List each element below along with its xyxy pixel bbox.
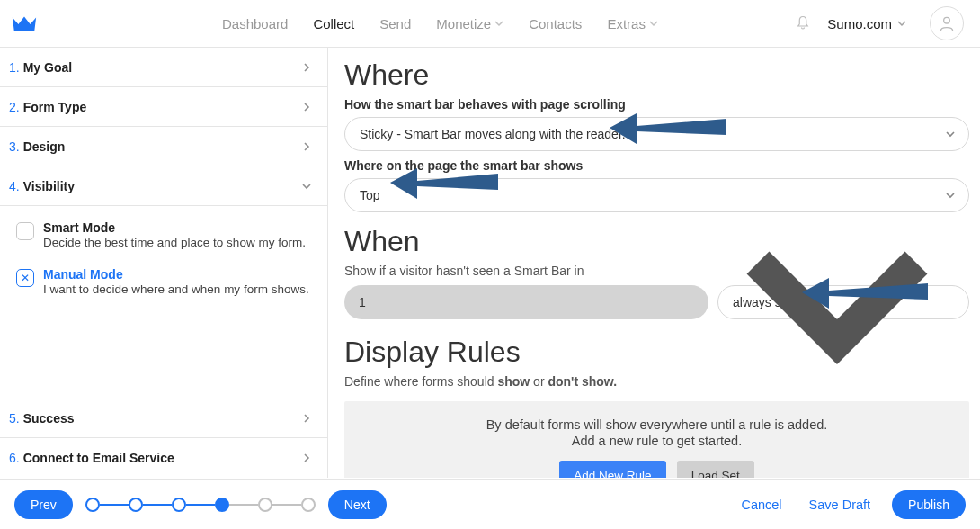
avatar[interactable] (930, 6, 964, 40)
next-button[interactable]: Next (328, 490, 387, 519)
frequency-number-value: 1 (359, 295, 366, 309)
frequency-unit-select[interactable]: always show (717, 285, 969, 319)
step-number: 3. (9, 139, 20, 154)
step-label: Connect to Email Service (23, 451, 174, 465)
chevron-down-icon (945, 129, 956, 139)
chevron-right-icon (302, 453, 311, 462)
nav-send[interactable]: Send (379, 16, 411, 31)
top-nav: Dashboard Collect Send Monetize Contacts… (222, 16, 658, 31)
footer-bar: Prev Next Cancel Save Draft Publish (0, 479, 980, 529)
step-number: 6. (9, 451, 20, 465)
cancel-button[interactable]: Cancel (735, 497, 787, 513)
rules-hint-line2: Add a new rule to get started. (353, 434, 960, 448)
chevron-down-icon (649, 19, 658, 28)
manual-mode-checkbox[interactable]: ✕ (16, 269, 34, 287)
scroll-behavior-value: Sticky - Smart Bar moves along with the … (360, 127, 626, 141)
header-right: Sumo.com (795, 6, 964, 40)
where-heading: Where (344, 58, 969, 92)
step-dot-4[interactable] (215, 498, 229, 512)
sidebar-item-form-type[interactable]: 2.Form Type (0, 87, 327, 127)
add-new-rule-button[interactable]: Add New Rule (559, 461, 665, 478)
scroll-behavior-select[interactable]: Sticky - Smart Bar moves along with the … (344, 117, 969, 151)
load-set-button[interactable]: Load Set (677, 461, 754, 478)
nav-dashboard[interactable]: Dashboard (222, 16, 288, 31)
sidebar-item-my-goal[interactable]: 1.My Goal (0, 48, 327, 87)
avatar-icon (938, 14, 956, 32)
visibility-panel: Smart Mode Decide the best time and plac… (0, 206, 327, 323)
step-number: 1. (9, 60, 20, 75)
save-draft-button[interactable]: Save Draft (804, 497, 877, 513)
app-header: Dashboard Collect Send Monetize Contacts… (0, 0, 980, 48)
manual-mode-option[interactable]: ✕ Manual Mode I want to decide where and… (16, 267, 320, 298)
nav-extras-label: Extras (607, 16, 646, 31)
step-number: 2. (9, 100, 20, 114)
step-dot-3[interactable] (172, 498, 186, 512)
manual-mode-desc: I want to decide where and when my form … (43, 282, 309, 298)
bell-icon[interactable] (795, 15, 811, 31)
main-content: Where How the smart bar behaves with pag… (328, 48, 980, 478)
step-dot-5[interactable] (258, 498, 272, 512)
chevron-right-icon (302, 103, 311, 112)
nav-collect[interactable]: Collect (313, 16, 354, 31)
prev-button[interactable]: Prev (14, 490, 73, 519)
step-indicator (85, 498, 316, 512)
chevron-down-icon (302, 182, 311, 191)
step-label: Design (23, 139, 66, 154)
intro-show: show (497, 374, 530, 389)
chevron-right-icon (302, 414, 311, 423)
smart-mode-title: Smart Mode (43, 220, 306, 235)
publish-button[interactable]: Publish (892, 490, 966, 519)
step-dot-1[interactable] (85, 498, 100, 512)
chevron-right-icon (302, 142, 311, 151)
chevron-down-icon (494, 19, 503, 28)
nav-monetize[interactable]: Monetize (436, 16, 503, 31)
smart-mode-checkbox[interactable] (16, 222, 34, 240)
sidebar: 1.My Goal 2.Form Type 3.Design 4.Visibil… (0, 48, 328, 478)
logo-crown-icon (11, 13, 38, 33)
step-dot-6[interactable] (301, 498, 316, 512)
nav-contacts[interactable]: Contacts (529, 16, 582, 31)
intro-mid: or (530, 374, 548, 389)
sidebar-item-design[interactable]: 3.Design (0, 127, 327, 166)
sidebar-item-visibility[interactable]: 4.Visibility (0, 166, 327, 206)
step-label: Success (23, 411, 75, 426)
chevron-right-icon (302, 63, 311, 72)
intro-prefix: Define where forms should (344, 374, 497, 389)
account-label: Sumo.com (827, 16, 892, 31)
nav-monetize-label: Monetize (436, 16, 491, 31)
position-label: Where on the page the smart bar shows (344, 158, 969, 173)
account-menu[interactable]: Sumo.com (827, 16, 906, 31)
chevron-down-icon (718, 184, 956, 421)
scroll-behavior-label: How the smart bar behaves with page scro… (344, 97, 969, 112)
step-number: 5. (9, 411, 20, 426)
frequency-number-input[interactable]: 1 (344, 285, 708, 319)
step-number: 4. (9, 179, 20, 193)
smart-mode-desc: Decide the best time and place to show m… (43, 235, 306, 251)
intro-dont: don't show. (548, 374, 617, 389)
svg-point-0 (944, 17, 950, 23)
smart-mode-option[interactable]: Smart Mode Decide the best time and plac… (16, 220, 320, 251)
step-label: Visibility (23, 179, 75, 193)
manual-mode-title: Manual Mode (43, 267, 309, 282)
step-label: Form Type (23, 100, 87, 114)
position-value: Top (360, 188, 380, 202)
sidebar-item-email-service[interactable]: 6.Connect to Email Service (0, 438, 327, 478)
sidebar-item-success[interactable]: 5.Success (0, 399, 327, 438)
chevron-down-icon (897, 19, 906, 28)
nav-extras[interactable]: Extras (607, 16, 658, 31)
step-label: My Goal (23, 60, 72, 75)
step-dot-2[interactable] (129, 498, 143, 512)
